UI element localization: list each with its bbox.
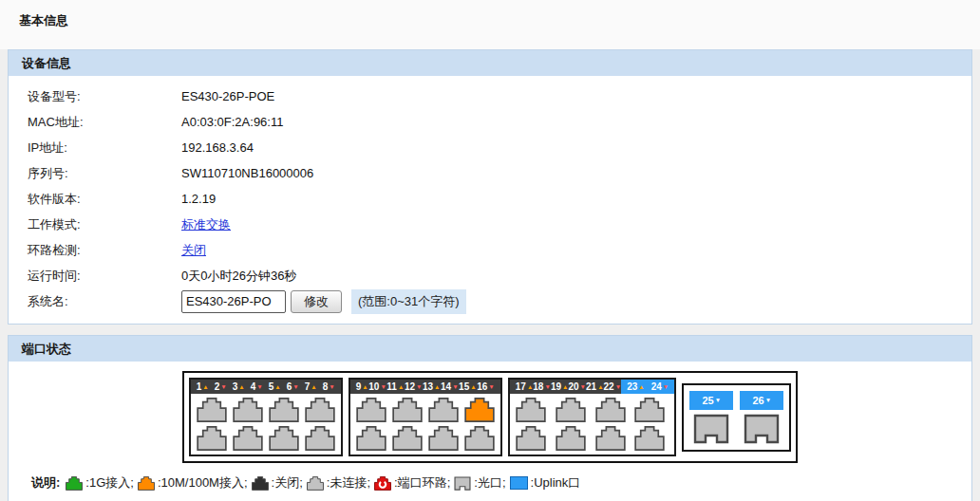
info-value-link[interactable]: 关闭 <box>181 242 206 259</box>
legend-item: :10M/100M接入; <box>138 474 248 492</box>
system-name-label: 系统名: <box>28 293 181 310</box>
up-triangle-icon: ▲ <box>638 380 644 394</box>
port-label-19: 19▲ <box>551 380 569 394</box>
legend-item: :未连接; <box>307 474 370 492</box>
port-22-icon[interactable] <box>595 426 630 451</box>
port-15-icon[interactable] <box>464 398 495 422</box>
port-status-header: 端口状态 <box>8 335 972 362</box>
port-17-icon[interactable] <box>516 398 550 422</box>
legend-item: :Uplink口 <box>510 474 581 492</box>
port-group-9-16: 9▲10▼11▲12▼13▲14▼15▲16▼ <box>349 378 502 456</box>
port-label-4: 4▼ <box>251 380 263 394</box>
port-label-8: 8▼ <box>323 380 335 394</box>
down-triangle-icon: ▼ <box>256 380 262 394</box>
port-23-icon[interactable] <box>634 398 669 422</box>
system-name-row: 系统名: 修改 (范围:0~31个字符) <box>9 288 971 314</box>
sfp-port-26: 26▼ <box>740 391 783 444</box>
port-frame: 1▲2▼3▲4▼5▲6▼7▲8▼ 9▲10▼11▲12▼13▲14▼15▲16▼… <box>182 371 799 463</box>
legend-text: :Uplink口 <box>531 474 581 492</box>
port-11-icon[interactable] <box>392 398 423 422</box>
port-21-icon[interactable] <box>595 398 630 422</box>
up-triangle-icon: ▲ <box>362 380 368 394</box>
system-name-input[interactable] <box>181 290 286 313</box>
port-label-18: 18▼ <box>533 380 551 394</box>
port-24-icon[interactable] <box>634 426 669 451</box>
info-row: 运行时间:0天0小时26分钟36秒 <box>9 263 971 288</box>
port-25-icon[interactable] <box>691 414 731 444</box>
page-title: 基本信息 <box>0 0 980 29</box>
port-label-1: 1▲ <box>197 380 209 394</box>
port-label-2: 2▼ <box>215 380 227 394</box>
port-label-6: 6▼ <box>287 380 299 394</box>
down-triangle-icon: ▼ <box>220 380 226 394</box>
device-info-header: 设备信息 <box>8 49 972 76</box>
port-label-13: 13▲ <box>423 380 441 394</box>
port-grid <box>191 394 341 455</box>
port-label-15: 15▲ <box>459 380 477 394</box>
port-label-10: 10▼ <box>368 380 386 394</box>
info-label: 软件版本: <box>28 191 181 208</box>
down-triangle-icon: ▼ <box>292 380 298 394</box>
port-6-icon[interactable] <box>269 426 299 451</box>
port-status-panel: 端口状态 1▲2▼3▲4▼5▲6▼7▲8▼ 9▲10▼11▲12▼13▲14▼1… <box>8 335 972 501</box>
port-label-21: 21▲ <box>586 380 604 394</box>
down-triangle-icon: ▼ <box>765 397 771 403</box>
system-name-range-hint: (范围:0~31个字符) <box>351 289 466 314</box>
legend-text: :光口; <box>474 474 505 492</box>
port-label-11: 11▲ <box>386 380 404 394</box>
top-strip: 基本信息 <box>0 0 980 49</box>
device-info-body: 设备型号:ES430-26P-POEMAC地址:A0:03:0F:2A:96:1… <box>9 76 971 324</box>
port-label-7: 7▲ <box>305 380 317 394</box>
port-3-icon[interactable] <box>233 398 263 422</box>
port-13-icon[interactable] <box>428 398 459 422</box>
modify-button[interactable]: 修改 <box>291 290 342 313</box>
port-9-icon[interactable] <box>356 398 386 422</box>
port-4-icon[interactable] <box>233 426 263 451</box>
down-triangle-icon: ▼ <box>663 380 669 394</box>
up-triangle-icon: ▲ <box>202 380 208 394</box>
uplink-icon <box>510 476 528 490</box>
port-grid <box>350 394 500 455</box>
legend-item: :端口环路; <box>374 474 450 492</box>
down-triangle-icon: ▼ <box>452 380 458 394</box>
up-triangle-icon: ▲ <box>311 380 316 394</box>
port-label-20: 20▼ <box>568 380 586 394</box>
info-value: SW110710NB16000006 <box>181 166 313 180</box>
uplink-header-highlight: 23▲24▼ <box>621 380 674 394</box>
port-label-16: 16▼ <box>477 380 495 394</box>
port-7-icon[interactable] <box>305 398 335 422</box>
port-10-icon[interactable] <box>356 426 386 451</box>
info-row: 设备型号:ES430-26P-POE <box>9 84 971 109</box>
port-12-icon[interactable] <box>392 426 423 451</box>
port-19-icon[interactable] <box>556 398 590 422</box>
port-20-icon[interactable] <box>556 426 590 451</box>
info-row: 软件版本:1.2.19 <box>9 186 971 212</box>
legend-text: :端口环路; <box>394 474 450 492</box>
port-label-3: 3▲ <box>233 380 245 394</box>
device-info-rows: 设备型号:ES430-26P-POEMAC地址:A0:03:0F:2A:96:1… <box>9 84 971 288</box>
legend-item: :光口; <box>454 474 505 492</box>
legend-item: :1G接入; <box>66 474 134 492</box>
port-8-icon[interactable] <box>305 426 335 451</box>
port-18-icon[interactable] <box>516 426 550 451</box>
legend-title: 说明: <box>31 474 60 492</box>
info-value-link[interactable]: 标准交换 <box>181 216 231 233</box>
port-14-icon[interactable] <box>428 426 459 451</box>
port-grid <box>510 394 675 455</box>
info-label: 设备型号: <box>28 88 181 105</box>
info-value: 1.2.19 <box>181 192 216 206</box>
info-row: 序列号:SW110710NB16000006 <box>9 160 971 186</box>
port-2-icon[interactable] <box>197 426 227 451</box>
port-legend: 说明: :1G接入; :10M/100M接入; :关闭; :未连接; :端口环路… <box>9 463 971 493</box>
device-info-panel: 设备信息 设备型号:ES430-26P-POEMAC地址:A0:03:0F:2A… <box>8 49 972 325</box>
port-group-header: 1▲2▼3▲4▼5▲6▼7▲8▼ <box>191 380 341 394</box>
up-triangle-icon: ▲ <box>434 380 440 394</box>
port-26-icon[interactable] <box>742 414 782 444</box>
rj45-green-icon <box>66 476 83 491</box>
port-1-icon[interactable] <box>197 398 227 422</box>
port-status-body: 1▲2▼3▲4▼5▲6▼7▲8▼ 9▲10▼11▲12▼13▲14▼15▲16▼… <box>9 362 971 501</box>
port-label-23: 23▲ <box>627 380 645 394</box>
port-5-icon[interactable] <box>269 398 299 422</box>
info-label: 序列号: <box>28 165 181 182</box>
port-16-icon[interactable] <box>464 426 495 451</box>
